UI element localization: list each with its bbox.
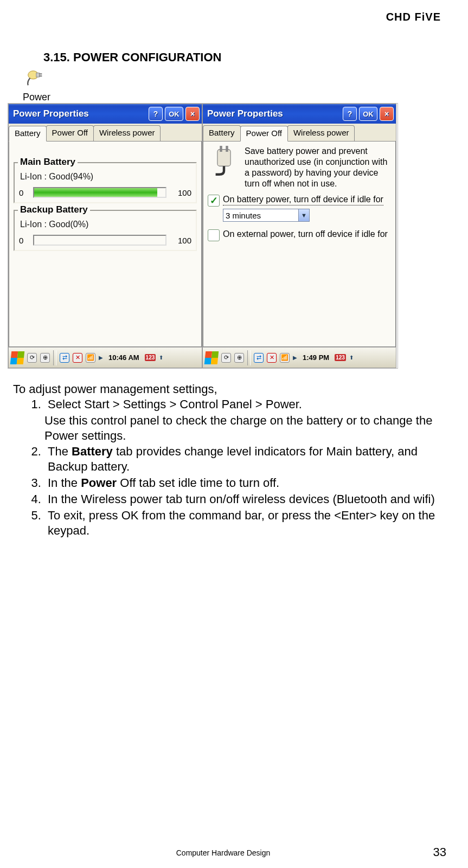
tabs: Battery Power Off Wireless power bbox=[9, 124, 202, 141]
combo-value: 3 minutes bbox=[226, 211, 261, 220]
battery-idle-checkbox[interactable]: ✓ bbox=[208, 195, 220, 207]
tab-power-off[interactable]: Power Off bbox=[240, 126, 288, 142]
step-1-sub: Use this control panel to check the char… bbox=[44, 413, 439, 443]
external-idle-checkbox[interactable] bbox=[208, 229, 220, 241]
page-number: 33 bbox=[433, 845, 446, 859]
expand-icon[interactable]: ▶ bbox=[293, 355, 297, 361]
section-title: 3.15. POWER CONFIGURATION bbox=[43, 50, 446, 65]
sync-icon[interactable]: ⇄ bbox=[60, 353, 69, 363]
step-3: In the Power Off tab set idle time to tu… bbox=[44, 475, 439, 491]
tray-icon[interactable]: ⟳ bbox=[221, 353, 231, 363]
window-title: Power Properties bbox=[207, 108, 341, 119]
backup-battery-legend: Backup Battery bbox=[18, 204, 90, 215]
plug-icon bbox=[208, 146, 240, 183]
poweroff-description: Save battery power and prevent unauthori… bbox=[245, 146, 391, 189]
tray-icon[interactable]: ⊕ bbox=[234, 353, 244, 363]
power-plug-icon bbox=[25, 68, 46, 88]
tab-power-off[interactable]: Power Off bbox=[46, 125, 94, 141]
expand-icon[interactable]: ▶ bbox=[99, 355, 103, 361]
separator-icon bbox=[247, 350, 251, 365]
titlebar: Power Properties ? OK × bbox=[9, 104, 202, 124]
power-properties-window-battery: Power Properties ? OK × Battery Power Of… bbox=[8, 104, 202, 368]
main-battery-legend: Main Battery bbox=[18, 157, 78, 168]
close-button[interactable]: × bbox=[185, 107, 200, 121]
tab-battery[interactable]: Battery bbox=[203, 125, 241, 141]
sip-icon[interactable]: 123 bbox=[335, 354, 346, 361]
step-5: To exit, press OK from the command bar, … bbox=[44, 508, 439, 538]
clock: 1:49 PM bbox=[303, 353, 329, 362]
backup-min: 0 bbox=[19, 236, 30, 245]
screenshots-row: Power Properties ? OK × Battery Power Of… bbox=[8, 103, 398, 369]
idle-duration-combo[interactable]: 3 minutes ▼ bbox=[223, 209, 310, 222]
tray-icon[interactable]: ⟳ bbox=[27, 353, 37, 363]
signal-icon[interactable]: 📶 bbox=[280, 353, 290, 363]
titlebar: Power Properties ? OK × bbox=[203, 104, 396, 124]
clock: 10:46 AM bbox=[108, 353, 139, 362]
tray-icon[interactable]: ⊕ bbox=[40, 353, 50, 363]
main-battery-progress bbox=[33, 187, 166, 198]
disconnect-icon[interactable]: ✕ bbox=[73, 353, 82, 363]
start-icon[interactable] bbox=[204, 351, 219, 364]
svg-rect-6 bbox=[226, 146, 228, 152]
chevron-down-icon: ▼ bbox=[298, 209, 309, 221]
intro-line: To adjust power management settings, bbox=[13, 382, 439, 397]
backup-battery-progress bbox=[33, 235, 166, 246]
close-button[interactable]: × bbox=[380, 107, 394, 121]
backup-max: 100 bbox=[170, 236, 191, 245]
sync-icon[interactable]: ⇄ bbox=[254, 353, 264, 363]
svg-rect-5 bbox=[220, 146, 222, 152]
separator-icon bbox=[53, 350, 56, 365]
footer-center: Computer Hardware Design bbox=[176, 848, 271, 857]
svg-rect-1 bbox=[36, 73, 40, 78]
external-idle-label: On external power, turn off device if id… bbox=[223, 229, 388, 240]
signal-icon[interactable]: 📶 bbox=[86, 353, 95, 363]
help-button[interactable]: ? bbox=[149, 107, 163, 121]
disconnect-icon[interactable]: ✕ bbox=[267, 353, 277, 363]
tabs: Battery Power Off Wireless power bbox=[203, 124, 396, 141]
up-icon[interactable]: ⬆ bbox=[349, 355, 354, 361]
ok-button[interactable]: OK bbox=[165, 107, 183, 121]
window-title: Power Properties bbox=[13, 108, 146, 119]
main-battery-status: Li-Ion : Good(94%) bbox=[20, 172, 190, 182]
step-2: The Battery tab provides change level in… bbox=[44, 444, 439, 474]
taskbar: ⟳ ⊕ ⇄ ✕ 📶 ▶ 1:49 PM 123 ⬆ bbox=[203, 347, 396, 368]
svg-rect-4 bbox=[217, 150, 230, 166]
backup-battery-status: Li-Ion : Good(0%) bbox=[20, 220, 190, 229]
footer: Computer Hardware Design 33 bbox=[0, 848, 446, 857]
step-1: Select Start > Settings > Control Panel … bbox=[44, 397, 439, 412]
main-min: 0 bbox=[19, 188, 30, 197]
tab-wireless-power[interactable]: Wireless power bbox=[287, 125, 355, 141]
tab-wireless-power[interactable]: Wireless power bbox=[93, 125, 161, 141]
main-battery-group: Main Battery Li-Ion : Good(94%) 0 100 bbox=[14, 162, 197, 203]
start-icon[interactable] bbox=[10, 351, 25, 364]
power-properties-window-poweroff: Power Properties ? OK × Battery Power Of… bbox=[202, 104, 396, 368]
power-icon-label: Power bbox=[23, 92, 446, 103]
help-button[interactable]: ? bbox=[343, 107, 357, 121]
main-max: 100 bbox=[170, 188, 191, 197]
taskbar: ⟳ ⊕ ⇄ ✕ 📶 ▶ 10:46 AM 123 ⬆ bbox=[9, 347, 202, 368]
sip-icon[interactable]: 123 bbox=[145, 354, 156, 361]
brand-header: CHD FiVE bbox=[5, 11, 441, 23]
up-icon[interactable]: ⬆ bbox=[159, 355, 163, 361]
tab-battery[interactable]: Battery bbox=[9, 126, 47, 142]
step-4: In the Wireless power tab turn on/off wi… bbox=[44, 492, 439, 507]
battery-idle-label: On battery power, turn off device if idl… bbox=[223, 195, 383, 205]
ok-button[interactable]: OK bbox=[359, 107, 377, 121]
backup-battery-group: Backup Battery Li-Ion : Good(0%) 0 100 bbox=[14, 210, 197, 251]
instructions: To adjust power management settings, Sel… bbox=[13, 382, 439, 539]
